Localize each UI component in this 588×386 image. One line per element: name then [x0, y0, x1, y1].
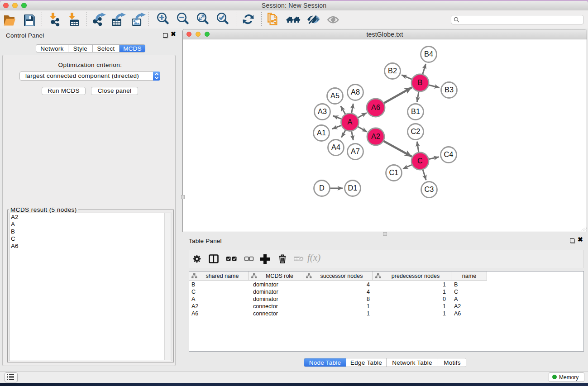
svg-text:B4: B4 [424, 50, 433, 58]
svg-text:B: B [418, 78, 423, 86]
svg-text:A: A [348, 118, 353, 126]
svg-text:C2: C2 [411, 127, 421, 135]
svg-text:A6: A6 [371, 103, 380, 111]
svg-text:C1: C1 [389, 168, 399, 176]
svg-text:B3: B3 [445, 86, 454, 94]
svg-text:A3: A3 [318, 107, 327, 115]
svg-text:A2: A2 [371, 132, 380, 140]
svg-text:B1: B1 [411, 107, 420, 115]
svg-text:C3: C3 [425, 185, 434, 193]
svg-text:D1: D1 [348, 184, 358, 192]
svg-text:A5: A5 [330, 91, 339, 100]
svg-text:C: C [417, 157, 423, 165]
svg-text:A8: A8 [351, 88, 360, 96]
svg-text:A7: A7 [351, 147, 360, 155]
svg-text:D: D [319, 184, 325, 192]
svg-text:B2: B2 [388, 67, 397, 75]
svg-text:A1: A1 [317, 129, 326, 137]
svg-text:A4: A4 [331, 143, 340, 151]
svg-text:C4: C4 [444, 150, 454, 158]
